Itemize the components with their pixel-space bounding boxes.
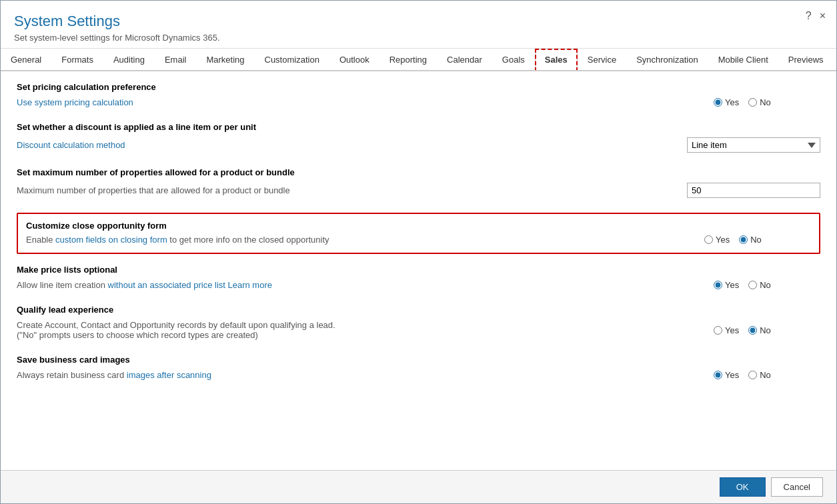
pricelists-link[interactable]: without an associated price list [108,280,225,290]
tab-mobile-client[interactable]: Mobile Client [708,49,778,71]
qualify-lead-no-radio[interactable] [748,326,757,335]
business-card-radio-group: Yes No [714,370,820,380]
tab-previews[interactable]: Previews [778,49,834,71]
business-card-no-option[interactable]: No [748,370,771,380]
dialog-footer: OK Cancel [1,470,836,503]
pricelists-row: Allow line item creation without an asso… [17,279,820,291]
discount-dropdown[interactable]: Line item Per unit [687,137,820,153]
business-card-yes-radio[interactable] [714,371,722,379]
discount-label: Discount calculation method [17,140,687,150]
pricelists-label: Allow line item creation without an asso… [17,280,272,290]
help-button[interactable]: ? [806,10,812,22]
tab-marketing[interactable]: Marketing [196,49,254,71]
pricelists-yes-option[interactable]: Yes [714,280,739,290]
opportunity-row: Enable custom fields on closing form to … [26,233,811,246]
opportunity-link[interactable]: custom fields on closing form [55,235,167,245]
pricing-label: Use system pricing calculation [17,97,714,107]
qualify-lead-title: Qualify lead experience [17,305,820,315]
properties-label: Maximum number of properties that are al… [17,185,687,195]
dialog-subtitle: Set system-level settings for Microsoft … [14,33,823,43]
business-card-no-radio[interactable] [748,371,757,379]
pricelists-yes-radio[interactable] [714,281,722,289]
properties-section: Set maximum number of properties allowed… [17,167,820,199]
tab-service[interactable]: Service [578,49,626,71]
tab-synchronization[interactable]: Synchronization [626,49,708,71]
pricelists-no-option[interactable]: No [748,280,771,290]
tab-customization[interactable]: Customization [255,49,329,71]
opportunity-title: Customize close opportunity form [26,221,811,231]
properties-title: Set maximum number of properties allowed… [17,167,820,177]
opportunity-label: Enable custom fields on closing form to … [26,235,329,245]
discount-row: Discount calculation method Line item Pe… [17,136,820,154]
qualify-lead-section: Qualify lead experience Create Account, … [17,305,820,341]
opportunity-section: Customize close opportunity form Enable … [17,213,820,254]
discount-title: Set whether a discount is applied as a l… [17,122,820,132]
qualify-lead-text2: ("No" prompts users to choose which reco… [17,330,258,340]
qualify-lead-yes-radio[interactable] [714,326,722,335]
tab-formats[interactable]: Formats [51,49,103,71]
tab-sales[interactable]: Sales [535,49,578,71]
opportunity-yes-option[interactable]: Yes [704,235,730,245]
tab-email[interactable]: Email [155,49,197,71]
tab-goals[interactable]: Goals [492,49,535,71]
tab-outlook[interactable]: Outlook [329,49,379,71]
discount-section: Set whether a discount is applied as a l… [17,122,820,154]
properties-input[interactable] [687,183,820,198]
pricelists-title: Make price lists optional [17,265,820,275]
pricing-title: Set pricing calculation preference [17,82,820,92]
qualify-lead-label: Create Account, Contact and Opportunity … [17,320,335,340]
pricing-no-option[interactable]: No [748,97,771,107]
title-bar-controls: ? × [806,10,826,22]
tab-reporting[interactable]: Reporting [379,49,437,71]
opportunity-no-radio[interactable] [739,235,748,244]
pricelists-learn-more-link[interactable]: Learn more [228,280,272,290]
business-card-title: Save business card images [17,355,820,365]
pricing-radio-group: Yes No [714,97,820,107]
pricing-section: Set pricing calculation preference Use s… [17,82,820,109]
properties-row: Maximum number of properties that are al… [17,181,820,199]
business-card-section: Save business card images Always retain … [17,355,820,381]
business-card-link[interactable]: images after scanning [127,370,211,380]
pricing-yes-option[interactable]: Yes [714,97,739,107]
pricelists-no-radio[interactable] [748,281,757,289]
content-area: Set pricing calculation preference Use s… [1,71,836,470]
dialog-title: System Settings [14,13,823,30]
business-card-yes-option[interactable]: Yes [714,370,739,380]
ok-button[interactable]: OK [720,477,766,497]
tab-general[interactable]: General [1,49,51,71]
pricing-no-radio[interactable] [748,98,757,107]
tab-calendar[interactable]: Calendar [437,49,492,71]
system-settings-dialog: System Settings Set system-level setting… [0,0,837,504]
qualify-lead-no-option[interactable]: No [748,325,771,335]
pricelists-section: Make price lists optional Allow line ite… [17,265,820,291]
business-card-row: Always retain business card images after… [17,369,820,381]
qualify-lead-radio-group: Yes No [714,325,820,335]
pricing-row: Use system pricing calculation Yes No [17,96,820,109]
pricing-yes-radio[interactable] [714,98,722,107]
tab-auditing[interactable]: Auditing [103,49,155,71]
opportunity-no-option[interactable]: No [739,235,762,245]
opportunity-yes-radio[interactable] [704,235,713,244]
qualify-lead-row: Create Account, Contact and Opportunity … [17,319,820,341]
cancel-button[interactable]: Cancel [771,477,823,497]
tabs-bar: General Formats Auditing Email Marketing… [1,49,836,71]
pricelists-radio-group: Yes No [714,280,820,290]
qualify-lead-yes-option[interactable]: Yes [714,325,739,335]
title-bar: System Settings Set system-level setting… [1,1,836,49]
business-card-label: Always retain business card images after… [17,370,211,380]
close-button[interactable]: × [820,10,826,22]
qualify-lead-text1: Create Account, Contact and Opportunity … [17,320,335,330]
opportunity-radio-group: Yes No [704,235,811,245]
